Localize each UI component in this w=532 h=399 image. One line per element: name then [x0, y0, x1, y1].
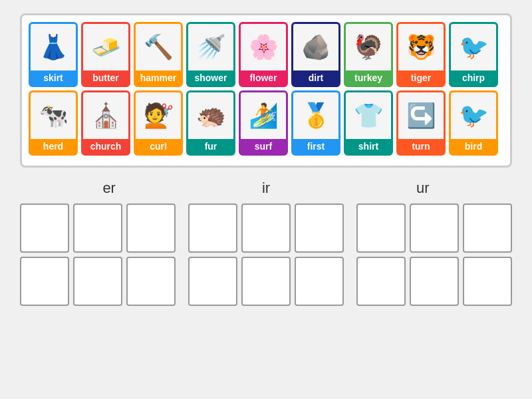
- spacer-er-ir-r1: [180, 257, 184, 306]
- card-church[interactable]: ⛪church: [81, 90, 130, 156]
- turkey-image: 🦃: [346, 24, 391, 70]
- spacer-er-ir-r0: [180, 203, 184, 253]
- main-card: 👗skirt🧈butter🔨hammer🚿shower🌸flower🪨dirt🦃…: [20, 13, 512, 168]
- butter-label: butter: [83, 70, 128, 85]
- dirt-image: 🪨: [293, 24, 338, 70]
- skirt-image: 👗: [31, 24, 76, 70]
- drop-er-r1c1[interactable]: [73, 257, 122, 306]
- tiger-label: tiger: [398, 70, 444, 85]
- drop-ir-r0c0[interactable]: [188, 203, 237, 253]
- fur-image: 🦔: [188, 92, 233, 139]
- drop-ir-r0c2[interactable]: [295, 203, 344, 253]
- herd-label: herd: [31, 139, 76, 154]
- herd-image: 🐄: [31, 92, 76, 139]
- card-tiger[interactable]: 🐯tiger: [396, 22, 446, 87]
- drop-ur-r0c1[interactable]: [410, 203, 459, 253]
- tiger-image: 🐯: [398, 24, 444, 70]
- card-butter[interactable]: 🧈butter: [81, 22, 130, 87]
- surf-image: 🏄: [241, 92, 286, 139]
- bird-image: 🐦: [451, 92, 496, 139]
- first-image: 🥇: [293, 92, 338, 139]
- drop-area: [20, 203, 512, 306]
- drop-er-r1c2[interactable]: [126, 257, 176, 306]
- drop-ir-r0c1[interactable]: [241, 203, 291, 253]
- card-skirt[interactable]: 👗skirt: [29, 22, 78, 87]
- butter-image: 🧈: [83, 24, 128, 70]
- cat-ur-label: ur: [350, 180, 496, 197]
- turn-image: ↪️: [398, 92, 444, 139]
- card-chirp[interactable]: 🐦chirp: [449, 22, 498, 87]
- first-label: first: [293, 139, 338, 154]
- chirp-label: chirp: [451, 70, 496, 85]
- card-herd[interactable]: 🐄herd: [29, 90, 78, 156]
- card-bird[interactable]: 🐦bird: [449, 90, 498, 156]
- drop-ur-r1c2[interactable]: [463, 257, 512, 306]
- chirp-image: 🐦: [451, 24, 496, 70]
- drop-er-r0c1[interactable]: [73, 203, 122, 253]
- turkey-label: turkey: [346, 70, 391, 85]
- drop-ir-r1c2[interactable]: [295, 257, 344, 306]
- drop-ur-r1c1[interactable]: [410, 257, 459, 306]
- drop-ir-r1c0[interactable]: [188, 257, 237, 306]
- drop-er-r0c0[interactable]: [20, 203, 69, 253]
- skirt-label: skirt: [31, 70, 76, 85]
- card-fur[interactable]: 🦔fur: [186, 90, 235, 156]
- church-image: ⛪: [83, 92, 128, 139]
- row1: 👗skirt🧈butter🔨hammer🚿shower🌸flower🪨dirt🦃…: [29, 22, 503, 87]
- dirt-label: dirt: [293, 70, 338, 85]
- card-hammer[interactable]: 🔨hammer: [134, 22, 183, 87]
- drop-row-0: [20, 203, 512, 253]
- turn-label: turn: [398, 139, 444, 154]
- card-first[interactable]: 🥇first: [291, 90, 340, 156]
- hammer-image: 🔨: [136, 24, 181, 70]
- drop-er-r1c0[interactable]: [20, 257, 69, 306]
- drop-ur-r1c0[interactable]: [356, 257, 406, 306]
- flower-label: flower: [241, 70, 286, 85]
- church-label: church: [83, 139, 128, 154]
- hammer-label: hammer: [136, 70, 181, 85]
- cat-er-label: er: [36, 180, 182, 197]
- bottom-section: er ir ur: [20, 180, 512, 310]
- spacer-ir-ur-r0: [348, 203, 352, 253]
- card-surf[interactable]: 🏄surf: [239, 90, 288, 156]
- bird-label: bird: [451, 139, 496, 154]
- drop-er-r0c2[interactable]: [126, 203, 176, 253]
- shirt-label: shirt: [346, 139, 391, 154]
- drop-row-1: [20, 257, 512, 306]
- surf-label: surf: [241, 139, 286, 154]
- flower-image: 🌸: [241, 24, 286, 70]
- card-dirt[interactable]: 🪨dirt: [291, 22, 340, 87]
- drop-ur-r0c2[interactable]: [463, 203, 512, 253]
- card-shower[interactable]: 🚿shower: [186, 22, 235, 87]
- card-flower[interactable]: 🌸flower: [239, 22, 288, 87]
- categories-row: er ir ur: [20, 180, 512, 197]
- drop-ir-r1c1[interactable]: [241, 257, 291, 306]
- spacer-ir-ur-r1: [348, 257, 352, 306]
- cat-ir-label: ir: [214, 180, 317, 197]
- shower-image: 🚿: [188, 24, 233, 70]
- row2: 🐄herd⛪church💇curl🦔fur🏄surf🥇first👕shirt↪️…: [29, 90, 503, 156]
- curl-label: curl: [136, 139, 181, 154]
- shirt-image: 👕: [346, 92, 391, 139]
- card-turn[interactable]: ↪️turn: [396, 90, 446, 156]
- shower-label: shower: [188, 70, 233, 85]
- card-curl[interactable]: 💇curl: [134, 90, 183, 156]
- drop-ur-r0c0[interactable]: [356, 203, 406, 253]
- card-shirt[interactable]: 👕shirt: [344, 90, 393, 156]
- card-turkey[interactable]: 🦃turkey: [344, 22, 393, 87]
- fur-label: fur: [188, 139, 233, 154]
- curl-image: 💇: [136, 92, 181, 139]
